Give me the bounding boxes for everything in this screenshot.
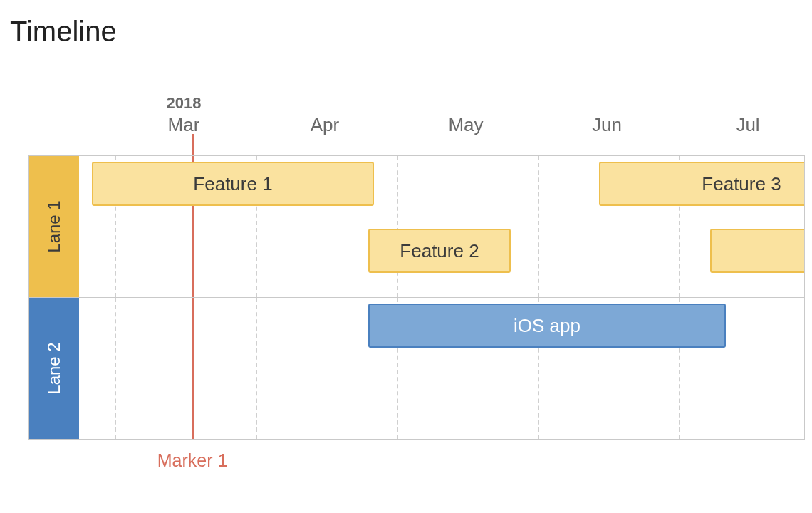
task-bar-feature2[interactable]: Feature 2 (368, 229, 511, 273)
task-bar-label: iOS app (514, 315, 581, 337)
lanes-container: Lane 1 Feature 1 Feature 2 Feature 3 (28, 155, 805, 433)
timeline-chart: 2018 Mar Apr May Jun Jul Lane 1 Feature … (28, 94, 805, 450)
month-label-may: May (448, 114, 483, 136)
year-label: 2018 (167, 94, 202, 113)
lane-1-header[interactable]: Lane 1 (29, 156, 79, 297)
task-bar-label: Feature 1 (193, 173, 272, 195)
gridline (397, 156, 398, 297)
lane-2: Lane 2 iOS app (28, 297, 805, 440)
marker-label[interactable]: Marker 1 (157, 450, 228, 471)
time-axis: 2018 Mar Apr May Jun Jul (78, 94, 805, 155)
lane-1: Lane 1 Feature 1 Feature 2 Feature 3 (28, 155, 805, 298)
lane-1-body: Feature 1 Feature 2 Feature 3 (79, 156, 804, 297)
lane-2-body: iOS app (79, 298, 804, 439)
task-bar-label: Feature 2 (400, 240, 479, 262)
month-label-jun: Jun (592, 114, 622, 136)
month-label-jul: Jul (736, 114, 759, 136)
month-label-mar: Mar (168, 114, 200, 136)
lane-2-label: Lane 2 (44, 342, 64, 394)
lane-2-header[interactable]: Lane 2 (29, 298, 79, 439)
task-bar-feature3[interactable]: Feature 3 (599, 162, 805, 206)
gridline (538, 156, 539, 297)
task-bar-feature4[interactable] (710, 229, 805, 273)
task-bar-ios-app[interactable]: iOS app (368, 304, 726, 348)
gridline (115, 298, 116, 439)
gridline (256, 298, 257, 439)
task-bar-feature1[interactable]: Feature 1 (92, 162, 374, 206)
lane-1-label: Lane 1 (44, 200, 64, 252)
month-label-apr: Apr (311, 114, 339, 136)
task-bar-label: Feature 3 (702, 173, 781, 195)
page-title: Timeline (10, 16, 117, 48)
